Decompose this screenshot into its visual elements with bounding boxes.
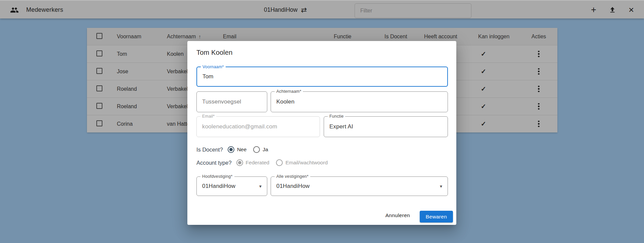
radio-nee[interactable] xyxy=(228,146,234,153)
kan-inloggen-check-icon: ✓ xyxy=(469,50,520,58)
filter-placeholder: Filter xyxy=(360,8,372,14)
row-checkbox[interactable] xyxy=(96,85,102,91)
email-value: kooleneducation@gmail.com xyxy=(202,123,277,130)
row-actions-kebab-icon[interactable] xyxy=(536,103,542,110)
upload-icon[interactable] xyxy=(608,5,617,15)
row-actions-kebab-icon[interactable] xyxy=(536,86,542,92)
tussenvoegsel-label: Tussenvoegsel xyxy=(202,98,241,105)
add-medewerker-button[interactable]: + xyxy=(589,5,598,15)
save-button[interactable]: Bewaren xyxy=(420,211,453,222)
col-header-heeft-account[interactable]: Heeft account xyxy=(415,34,469,40)
col-header-achternaam[interactable]: Achternaam ↑ xyxy=(157,34,214,40)
col-header-email[interactable]: Email xyxy=(214,34,324,40)
col-header-voornaam[interactable]: Voornaam xyxy=(107,34,157,40)
cell-voornaam: Roeland xyxy=(107,104,157,110)
radio-ja[interactable] xyxy=(253,146,260,153)
row-checkbox[interactable] xyxy=(96,103,102,109)
email-field: Email* kooleneducation@gmail.com xyxy=(196,116,320,137)
radio-email-wachtwoord xyxy=(276,159,283,166)
functie-field[interactable]: Functie Expert AI xyxy=(324,116,448,137)
col-header-acties: Acties xyxy=(520,34,557,40)
voornaam-label: Voornaam* xyxy=(201,64,226,70)
radio-email-wachtwoord-label: Email/wachtwoord xyxy=(285,160,328,166)
swap-organisation-icon[interactable]: ⇄ xyxy=(301,6,307,13)
hoofdvestiging-label: Hoofdvestiging* xyxy=(200,174,234,179)
achternaam-value: Koolen xyxy=(276,98,294,105)
radio-ja-label: Ja xyxy=(263,147,268,153)
alle-vestigingen-value: 01HandiHow xyxy=(276,183,310,190)
account-type-radio-group: Account type? Federated Email/wachtwoord xyxy=(196,158,334,167)
row-checkbox[interactable] xyxy=(96,50,102,56)
radio-nee-label: Nee xyxy=(237,147,246,153)
functie-label: Functie xyxy=(328,114,345,119)
achternaam-label: Achternaam* xyxy=(275,89,303,94)
select-all-checkbox[interactable] xyxy=(96,33,102,39)
top-app-bar: Medewerkers 01HandiHow ⇄ Filter + ✕ xyxy=(0,0,644,18)
current-organisation: 01HandiHow xyxy=(264,6,297,13)
kan-inloggen-check-icon: ✓ xyxy=(469,68,520,75)
email-label: Email* xyxy=(200,114,216,119)
row-actions-kebab-icon[interactable] xyxy=(536,121,542,127)
people-icon xyxy=(10,6,19,14)
hoofdvestiging-value: 01HandiHow xyxy=(202,183,235,190)
col-header-kan-inloggen[interactable]: Kan inloggen xyxy=(469,34,520,40)
achternaam-field[interactable]: Achternaam* Koolen xyxy=(271,91,448,112)
edit-medewerker-dialog: Tom Koolen Voornaam* Tom Tussenvoegsel A… xyxy=(187,41,456,225)
kan-inloggen-check-icon: ✓ xyxy=(469,85,520,93)
row-actions-kebab-icon[interactable] xyxy=(536,51,542,57)
alle-vestigingen-select[interactable]: Alle vestigingen* 01HandiHow ▾ xyxy=(271,176,448,196)
radio-federated xyxy=(236,159,243,166)
kan-inloggen-check-icon: ✓ xyxy=(469,103,520,110)
page-title: Medewerkers xyxy=(26,6,63,13)
close-icon[interactable]: ✕ xyxy=(627,5,636,15)
functie-value: Expert AI xyxy=(329,123,353,130)
voornaam-value: Tom xyxy=(202,73,214,80)
kan-inloggen-check-icon: ✓ xyxy=(469,120,520,128)
account-type-label: Account type? xyxy=(196,160,232,166)
col-header-functie[interactable]: Functie xyxy=(324,34,375,40)
alle-vestigingen-label: Alle vestigingen* xyxy=(275,174,310,179)
voornaam-field[interactable]: Voornaam* Tom xyxy=(196,67,448,87)
col-header-is-docent[interactable]: Is Docent xyxy=(375,34,415,40)
chevron-down-icon: ▾ xyxy=(440,184,442,189)
row-actions-kebab-icon[interactable] xyxy=(536,68,542,75)
cancel-button[interactable]: Annuleren xyxy=(381,209,415,221)
cell-voornaam: Tom xyxy=(107,51,157,57)
tussenvoegsel-field[interactable]: Tussenvoegsel xyxy=(196,91,267,112)
cell-voornaam: Jose xyxy=(107,69,157,75)
filter-input[interactable]: Filter xyxy=(355,3,471,18)
row-checkbox[interactable] xyxy=(96,68,102,74)
is-docent-radio-group: Is Docent? Nee Ja xyxy=(196,145,275,154)
is-docent-label: Is Docent? xyxy=(196,147,223,153)
dialog-title: Tom Koolen xyxy=(196,49,233,56)
row-checkbox[interactable] xyxy=(96,120,102,126)
sort-ascending-icon: ↑ xyxy=(198,34,201,39)
cell-voornaam: Corina xyxy=(107,121,157,127)
hoofdvestiging-select[interactable]: Hoofdvestiging* 01HandiHow ▾ xyxy=(196,176,267,196)
cell-voornaam: Roeland xyxy=(107,86,157,92)
radio-federated-label: Federated xyxy=(246,160,270,166)
chevron-down-icon: ▾ xyxy=(259,184,262,189)
